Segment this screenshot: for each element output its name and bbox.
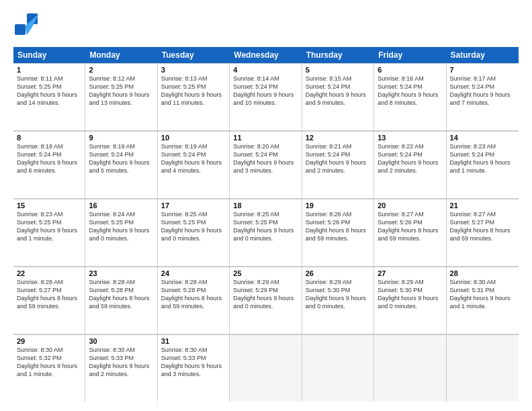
day-number: 22 bbox=[17, 269, 81, 277]
day-info: Sunrise: 8:11 AM Sunset: 5:25 PM Dayligh… bbox=[17, 75, 81, 107]
calendar-cell: 10 Sunrise: 8:19 AM Sunset: 5:24 PM Dayl… bbox=[158, 132, 230, 198]
calendar-cell: 8 Sunrise: 8:18 AM Sunset: 5:24 PM Dayli… bbox=[13, 132, 85, 198]
day-number: 1 bbox=[17, 66, 81, 74]
day-number: 27 bbox=[378, 269, 442, 277]
day-number: 20 bbox=[378, 201, 442, 210]
calendar-week-3: 15 Sunrise: 8:23 AM Sunset: 5:25 PM Dayl… bbox=[13, 199, 519, 267]
calendar-cell: 11 Sunrise: 8:20 AM Sunset: 5:24 PM Dayl… bbox=[230, 132, 302, 198]
calendar-cell: 2 Sunrise: 8:12 AM Sunset: 5:25 PM Dayli… bbox=[85, 64, 157, 130]
calendar-cell bbox=[230, 335, 302, 402]
day-number: 9 bbox=[89, 134, 153, 142]
calendar-cell bbox=[447, 335, 519, 402]
calendar-cell: 14 Sunrise: 8:23 AM Sunset: 5:24 PM Dayl… bbox=[447, 132, 519, 198]
calendar-cell: 19 Sunrise: 8:26 AM Sunset: 5:26 PM Dayl… bbox=[302, 199, 374, 266]
day-info: Sunrise: 8:25 AM Sunset: 5:25 PM Dayligh… bbox=[161, 210, 226, 243]
calendar: SundayMondayTuesdayWednesdayThursdayFrid… bbox=[13, 47, 519, 402]
day-number: 3 bbox=[161, 66, 226, 74]
day-info: Sunrise: 8:25 AM Sunset: 5:25 PM Dayligh… bbox=[233, 210, 298, 243]
calendar-cell: 22 Sunrise: 8:28 AM Sunset: 5:27 PM Dayl… bbox=[13, 267, 85, 334]
day-number: 13 bbox=[378, 134, 442, 142]
calendar-cell: 13 Sunrise: 8:22 AM Sunset: 5:24 PM Dayl… bbox=[374, 132, 446, 198]
calendar-cell: 3 Sunrise: 8:13 AM Sunset: 5:25 PM Dayli… bbox=[158, 64, 230, 130]
day-info: Sunrise: 8:30 AM Sunset: 5:33 PM Dayligh… bbox=[89, 346, 153, 379]
day-info: Sunrise: 8:14 AM Sunset: 5:24 PM Dayligh… bbox=[233, 75, 298, 107]
day-number: 16 bbox=[89, 201, 153, 210]
day-info: Sunrise: 8:23 AM Sunset: 5:24 PM Dayligh… bbox=[450, 142, 515, 175]
calendar-week-1: 1 Sunrise: 8:11 AM Sunset: 5:25 PM Dayli… bbox=[13, 63, 519, 131]
day-number: 15 bbox=[17, 201, 81, 210]
calendar-cell: 27 Sunrise: 8:29 AM Sunset: 5:30 PM Dayl… bbox=[374, 267, 446, 334]
day-info: Sunrise: 8:19 AM Sunset: 5:24 PM Dayligh… bbox=[89, 142, 153, 175]
logo bbox=[13, 12, 42, 40]
day-number: 5 bbox=[306, 66, 370, 74]
day-info: Sunrise: 8:28 AM Sunset: 5:28 PM Dayligh… bbox=[161, 278, 226, 311]
day-info: Sunrise: 8:29 AM Sunset: 5:30 PM Dayligh… bbox=[306, 278, 370, 311]
calendar-week-4: 22 Sunrise: 8:28 AM Sunset: 5:27 PM Dayl… bbox=[13, 267, 519, 334]
calendar-cell: 28 Sunrise: 8:30 AM Sunset: 5:31 PM Dayl… bbox=[447, 267, 519, 334]
day-info: Sunrise: 8:30 AM Sunset: 5:32 PM Dayligh… bbox=[17, 346, 81, 379]
day-info: Sunrise: 8:27 AM Sunset: 5:27 PM Dayligh… bbox=[450, 210, 515, 243]
calendar-cell: 12 Sunrise: 8:21 AM Sunset: 5:24 PM Dayl… bbox=[302, 132, 374, 198]
day-number: 7 bbox=[450, 66, 515, 74]
calendar-body: 1 Sunrise: 8:11 AM Sunset: 5:25 PM Dayli… bbox=[13, 63, 519, 402]
day-info: Sunrise: 8:30 AM Sunset: 5:33 PM Dayligh… bbox=[161, 346, 226, 379]
calendar-cell: 9 Sunrise: 8:19 AM Sunset: 5:24 PM Dayli… bbox=[85, 132, 157, 198]
calendar-week-5: 29 Sunrise: 8:30 AM Sunset: 5:32 PM Dayl… bbox=[13, 334, 519, 402]
day-number: 12 bbox=[306, 134, 370, 142]
day-number: 21 bbox=[450, 201, 515, 210]
day-number: 8 bbox=[17, 134, 81, 142]
calendar-cell: 21 Sunrise: 8:27 AM Sunset: 5:27 PM Dayl… bbox=[447, 199, 519, 266]
calendar-cell: 25 Sunrise: 8:29 AM Sunset: 5:29 PM Dayl… bbox=[230, 267, 302, 334]
day-number: 19 bbox=[306, 201, 370, 210]
calendar-cell: 7 Sunrise: 8:17 AM Sunset: 5:24 PM Dayli… bbox=[447, 64, 519, 130]
calendar-week-2: 8 Sunrise: 8:18 AM Sunset: 5:24 PM Dayli… bbox=[13, 131, 519, 199]
calendar-cell: 23 Sunrise: 8:28 AM Sunset: 5:28 PM Dayl… bbox=[85, 267, 157, 334]
day-number: 29 bbox=[17, 337, 81, 345]
calendar-cell: 20 Sunrise: 8:27 AM Sunset: 5:26 PM Dayl… bbox=[374, 199, 446, 266]
day-info: Sunrise: 8:24 AM Sunset: 5:25 PM Dayligh… bbox=[89, 210, 153, 243]
day-info: Sunrise: 8:17 AM Sunset: 5:24 PM Dayligh… bbox=[450, 75, 515, 107]
calendar-cell: 26 Sunrise: 8:29 AM Sunset: 5:30 PM Dayl… bbox=[302, 267, 374, 334]
day-info: Sunrise: 8:12 AM Sunset: 5:25 PM Dayligh… bbox=[89, 75, 153, 107]
calendar-cell bbox=[302, 335, 374, 402]
day-info: Sunrise: 8:29 AM Sunset: 5:29 PM Dayligh… bbox=[233, 278, 298, 311]
day-info: Sunrise: 8:19 AM Sunset: 5:24 PM Dayligh… bbox=[161, 142, 226, 175]
calendar-header: SundayMondayTuesdayWednesdayThursdayFrid… bbox=[13, 47, 519, 63]
day-info: Sunrise: 8:16 AM Sunset: 5:24 PM Dayligh… bbox=[378, 75, 442, 107]
header-day-tuesday: Tuesday bbox=[158, 47, 230, 63]
day-number: 11 bbox=[233, 134, 298, 142]
calendar-cell: 24 Sunrise: 8:28 AM Sunset: 5:28 PM Dayl… bbox=[158, 267, 230, 334]
calendar-cell: 31 Sunrise: 8:30 AM Sunset: 5:33 PM Dayl… bbox=[158, 335, 230, 402]
calendar-cell: 15 Sunrise: 8:23 AM Sunset: 5:25 PM Dayl… bbox=[13, 199, 85, 266]
calendar-cell bbox=[374, 335, 446, 402]
page: SundayMondayTuesdayWednesdayThursdayFrid… bbox=[0, 0, 532, 411]
day-number: 10 bbox=[161, 134, 226, 142]
day-info: Sunrise: 8:20 AM Sunset: 5:24 PM Dayligh… bbox=[233, 142, 298, 175]
day-info: Sunrise: 8:28 AM Sunset: 5:27 PM Dayligh… bbox=[17, 278, 81, 311]
day-info: Sunrise: 8:23 AM Sunset: 5:25 PM Dayligh… bbox=[17, 210, 81, 243]
header-day-thursday: Thursday bbox=[302, 47, 374, 63]
day-info: Sunrise: 8:21 AM Sunset: 5:24 PM Dayligh… bbox=[306, 142, 370, 175]
header-day-friday: Friday bbox=[374, 47, 446, 63]
day-number: 30 bbox=[89, 337, 153, 345]
calendar-cell: 30 Sunrise: 8:30 AM Sunset: 5:33 PM Dayl… bbox=[85, 335, 157, 402]
day-info: Sunrise: 8:27 AM Sunset: 5:26 PM Dayligh… bbox=[378, 210, 442, 243]
day-info: Sunrise: 8:28 AM Sunset: 5:28 PM Dayligh… bbox=[89, 278, 153, 311]
day-number: 24 bbox=[161, 269, 226, 277]
header-day-wednesday: Wednesday bbox=[230, 47, 302, 63]
calendar-cell: 1 Sunrise: 8:11 AM Sunset: 5:25 PM Dayli… bbox=[13, 64, 85, 130]
calendar-cell: 4 Sunrise: 8:14 AM Sunset: 5:24 PM Dayli… bbox=[230, 64, 302, 130]
logo-icon bbox=[13, 12, 39, 40]
day-info: Sunrise: 8:18 AM Sunset: 5:24 PM Dayligh… bbox=[17, 142, 81, 175]
day-number: 4 bbox=[233, 66, 298, 74]
day-info: Sunrise: 8:13 AM Sunset: 5:25 PM Dayligh… bbox=[161, 75, 226, 107]
calendar-cell: 16 Sunrise: 8:24 AM Sunset: 5:25 PM Dayl… bbox=[85, 199, 157, 266]
header-day-monday: Monday bbox=[85, 47, 157, 63]
header-day-saturday: Saturday bbox=[447, 47, 519, 63]
day-number: 17 bbox=[161, 201, 226, 210]
day-number: 2 bbox=[89, 66, 153, 74]
calendar-cell: 18 Sunrise: 8:25 AM Sunset: 5:25 PM Dayl… bbox=[230, 199, 302, 266]
calendar-cell: 17 Sunrise: 8:25 AM Sunset: 5:25 PM Dayl… bbox=[158, 199, 230, 266]
svg-rect-0 bbox=[15, 24, 26, 35]
header bbox=[13, 12, 519, 40]
